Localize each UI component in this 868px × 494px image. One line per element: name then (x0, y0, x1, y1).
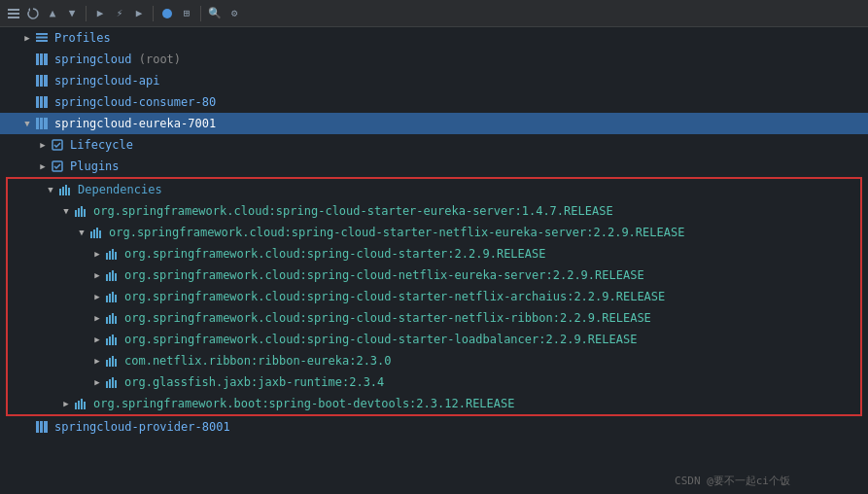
toolbar-icon-up[interactable]: ▲ (45, 6, 60, 21)
svg-rect-12 (40, 75, 43, 87)
svg-rect-15 (40, 96, 43, 108)
svg-rect-7 (36, 40, 48, 42)
svg-rect-45 (115, 295, 117, 302)
svg-rect-10 (44, 53, 48, 65)
tree-item-springcloud-eureka[interactable]: ▼ springcloud-eureka-7001 (0, 113, 868, 134)
svg-rect-52 (112, 335, 114, 345)
svg-rect-66 (36, 421, 39, 433)
svg-rect-62 (75, 403, 77, 409)
tree-item-profiles[interactable]: ▶ Profiles (0, 27, 868, 49)
tree-item-dep-ribbon-eureka-230[interactable]: ▶ com.netflix.ribbon:ribbon-eureka:2.3.0 (8, 350, 860, 371)
dep-starter-229-label: org.springframework.cloud:spring-cloud-s… (124, 247, 860, 261)
svg-rect-65 (84, 402, 86, 409)
svg-rect-24 (65, 185, 67, 195)
toolbar-icon-grid[interactable]: ⊞ (179, 6, 194, 21)
dep-netflix-eureka-229-label: org.springframework.cloud:spring-cloud-s… (109, 226, 860, 239)
svg-rect-18 (40, 118, 43, 129)
svg-rect-39 (109, 272, 111, 281)
arrow-provider (19, 419, 35, 435)
dep-icon-7 (105, 332, 121, 347)
tree-item-dependencies[interactable]: ▼ Dependencies (8, 179, 860, 200)
svg-rect-5 (36, 33, 48, 35)
svg-rect-64 (81, 399, 83, 409)
arrow-eureka: ▼ (19, 116, 35, 131)
svg-rect-46 (106, 317, 108, 324)
svg-rect-33 (99, 230, 101, 238)
toolbar: ▲ ▼ ▶ ⚡ ▶ ⊞ 🔍 ⚙ (0, 0, 868, 27)
tree-item-dep-starter-229[interactable]: ▶ org.springframework.cloud:spring-cloud… (8, 243, 860, 265)
dep-netflix-eureka-server-229-label: org.springframework.cloud:spring-cloud-n… (124, 268, 860, 282)
toolbar-icon-run[interactable]: ▶ (92, 6, 108, 21)
arrow-dependencies: ▼ (43, 182, 58, 197)
tree-item-springcloud-api[interactable]: springcloud-api (0, 70, 868, 91)
toolbar-icon-blue-circle[interactable] (159, 6, 175, 21)
tree-item-dep-devtools-2312[interactable]: ▶ org.springframework.boot:spring-boot-d… (8, 393, 860, 414)
toolbar-separator-2 (153, 6, 154, 21)
toolbar-icon-menu[interactable] (6, 6, 21, 21)
tree-item-springcloud-consumer[interactable]: springcloud-consumer-80 (0, 91, 868, 113)
svg-rect-38 (106, 274, 108, 281)
svg-rect-27 (78, 208, 80, 217)
svg-rect-17 (36, 118, 39, 129)
svg-rect-63 (78, 401, 80, 409)
svg-rect-47 (109, 315, 111, 324)
dependencies-label: Dependencies (78, 183, 860, 196)
svg-rect-6 (36, 37, 48, 39)
svg-rect-9 (40, 53, 43, 65)
tree-item-dep-ribbon-229[interactable]: ▶ org.springframework.cloud:spring-cloud… (8, 307, 860, 329)
dependencies-icon (58, 182, 74, 197)
svg-rect-40 (112, 270, 114, 281)
arrow-lifecycle: ▶ (35, 137, 51, 153)
svg-rect-23 (62, 187, 64, 195)
dep-ribbon-229-label: org.springframework.cloud:spring-cloud-s… (124, 311, 860, 325)
dep-icon-devtools (74, 396, 89, 411)
dep-icon-9 (105, 374, 121, 390)
svg-rect-8 (36, 53, 39, 65)
dep-jaxb-234-label: org.glassfish.jaxb:jaxb-runtime:2.3.4 (124, 375, 860, 389)
toolbar-icon-bolt[interactable]: ⚡ (112, 6, 127, 21)
svg-rect-43 (109, 294, 111, 302)
tree-item-dep-loadbalancer-229[interactable]: ▶ org.springframework.cloud:spring-cloud… (8, 329, 860, 350)
tree-item-dep-jaxb-234[interactable]: ▶ org.glassfish.jaxb:jaxb-runtime:2.3.4 (8, 371, 860, 393)
arrow-dep8: ▶ (89, 353, 105, 369)
spring-icon-provider (35, 419, 51, 435)
dep-icon-2 (89, 225, 105, 240)
springcloud-consumer-label: springcloud-consumer-80 (54, 95, 868, 109)
dep-icon-1 (74, 203, 89, 219)
dep-icon-8 (105, 353, 121, 369)
dep-loadbalancer-229-label: org.springframework.cloud:spring-cloud-s… (124, 333, 860, 346)
svg-rect-32 (96, 228, 98, 238)
tree-item-plugins[interactable]: ▶ Plugins (0, 156, 868, 177)
svg-rect-30 (90, 231, 92, 238)
tree-item-dep-eureka-server-147[interactable]: ▼ org.springframework.cloud:spring-cloud… (8, 200, 860, 222)
tree-item-dep-archaius-229[interactable]: ▶ org.springframework.cloud:spring-cloud… (8, 286, 860, 307)
svg-rect-26 (75, 210, 77, 217)
svg-rect-44 (112, 292, 114, 302)
svg-rect-55 (109, 358, 111, 367)
spring-icon-api (35, 73, 51, 88)
arrow-dep4: ▶ (89, 267, 105, 283)
toolbar-icon-settings[interactable]: ⚙ (226, 6, 242, 21)
springcloud-root-label: springcloud (root) (54, 53, 868, 66)
svg-rect-42 (106, 296, 108, 302)
toolbar-icon-refresh[interactable] (25, 6, 41, 21)
dep-ribbon-eureka-230-label: com.netflix.ribbon:ribbon-eureka:2.3.0 (124, 354, 860, 368)
arrow-dep6: ▶ (89, 310, 105, 326)
tree-item-springcloud-root[interactable]: springcloud (root) (0, 49, 868, 70)
svg-rect-25 (68, 188, 70, 195)
tree-item-lifecycle[interactable]: ▶ Lifecycle (0, 134, 868, 156)
svg-rect-19 (44, 118, 48, 129)
arrow-plugins: ▶ (35, 159, 51, 174)
dep-devtools-2312-label: org.springframework.boot:spring-boot-dev… (93, 397, 860, 410)
tree-item-dep-netflix-eureka-server-229[interactable]: ▶ org.springframework.cloud:spring-cloud… (8, 265, 860, 286)
svg-rect-11 (36, 75, 39, 87)
arrow-api (19, 73, 35, 88)
dependencies-box: ▼ Dependencies ▼ (6, 177, 862, 416)
tree-item-springcloud-provider[interactable]: springcloud-provider-8001 (0, 416, 868, 438)
svg-rect-51 (109, 336, 111, 345)
arrow-dep3: ▶ (89, 246, 105, 262)
toolbar-icon-down[interactable]: ▼ (64, 6, 80, 21)
toolbar-icon-search[interactable]: 🔍 (207, 6, 223, 21)
toolbar-icon-run2[interactable]: ▶ (131, 6, 147, 21)
tree-item-dep-netflix-eureka-229[interactable]: ▼ org.springframework.cloud:spring-cloud… (8, 222, 860, 243)
